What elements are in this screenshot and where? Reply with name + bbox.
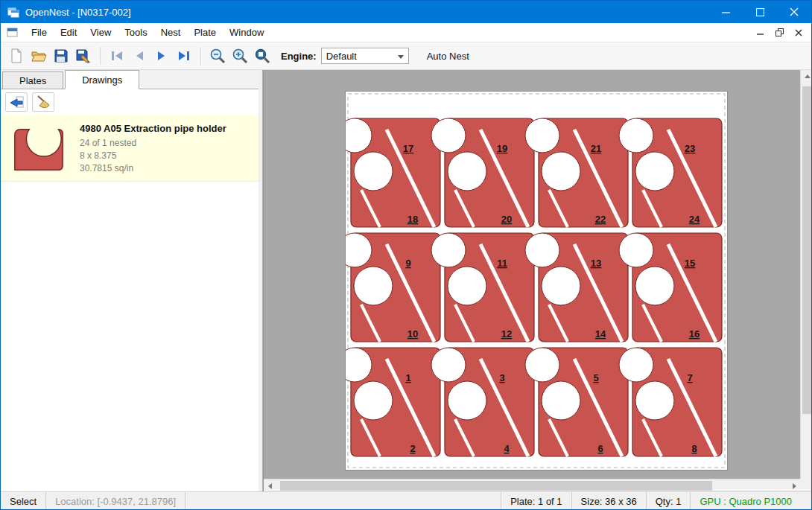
zoom-fit-button[interactable] [251, 45, 273, 67]
part-cutout [448, 152, 486, 191]
nest-block[interactable]: 1314 [525, 233, 628, 342]
part-number[interactable]: 12 [501, 328, 512, 340]
nest-block[interactable]: 1920 [431, 118, 534, 227]
part-cutout [448, 267, 486, 305]
menu-tools[interactable]: Tools [118, 24, 153, 41]
horizontal-scrollbar[interactable] [264, 479, 800, 491]
part-number[interactable]: 21 [591, 143, 601, 154]
toolbar-separator [200, 47, 201, 65]
part-number[interactable]: 10 [407, 328, 418, 340]
part-number[interactable]: 6 [597, 443, 603, 454]
close-button[interactable] [777, 1, 811, 23]
nest-block[interactable]: 1112 [431, 233, 534, 342]
mdi-minimize-icon[interactable] [750, 25, 770, 40]
zoom-in-icon [232, 48, 249, 65]
part-number[interactable]: 17 [403, 143, 413, 154]
nest-block[interactable]: 78 [619, 348, 722, 456]
hscroll-thumb[interactable] [280, 481, 712, 491]
part-number[interactable]: 8 [691, 443, 697, 454]
tab-drawings[interactable]: Drawings [65, 70, 139, 89]
part-number[interactable]: 24 [689, 214, 700, 225]
clean-button[interactable] [32, 92, 54, 112]
part-number[interactable]: 2 [410, 443, 415, 454]
menu-edit[interactable]: Edit [54, 24, 83, 41]
nav-last-button[interactable] [173, 45, 195, 67]
part-number[interactable]: 13 [591, 258, 601, 269]
auto-nest-button[interactable]: Auto Nest [421, 48, 475, 65]
zoom-in-button[interactable] [229, 45, 251, 67]
scroll-up-icon[interactable] [801, 70, 812, 83]
nest-block[interactable]: 2122 [525, 118, 628, 227]
mdi-close-icon[interactable] [789, 25, 808, 40]
part-number[interactable]: 16 [689, 328, 700, 340]
part-number[interactable]: 14 [595, 328, 606, 340]
nav-next-button[interactable] [150, 45, 173, 67]
part-number[interactable]: 9 [405, 258, 410, 269]
toolbar-separator [100, 47, 101, 65]
part-cutout [635, 267, 674, 305]
scroll-right-icon[interactable] [788, 479, 800, 491]
part-number[interactable]: 1 [405, 372, 410, 383]
menubar: File Edit View Tools Nest Plate Window [1, 23, 811, 42]
open-folder-icon [31, 48, 48, 63]
nav-next-icon [154, 49, 169, 63]
titlebar: OpenNest - [N0317-002] [1, 1, 811, 23]
part-cutout [431, 118, 466, 153]
part-cutout [525, 118, 559, 153]
nest-block[interactable]: 1718 [346, 118, 440, 227]
part-number[interactable]: 18 [407, 214, 418, 225]
menu-nest[interactable]: Nest [154, 24, 188, 41]
save-button[interactable] [50, 45, 72, 67]
nest-canvas[interactable]: 171819202122232491011121314151612345678 [263, 70, 800, 491]
part-number[interactable]: 3 [499, 372, 504, 383]
nest-block[interactable]: 56 [525, 348, 628, 456]
scrollbar-corner [800, 479, 812, 491]
zoom-fit-icon [254, 48, 271, 65]
drawing-list-item[interactable]: 4980 A05 Extraction pipe holder 24 of 1 … [1, 115, 258, 182]
part-thumbnail [5, 118, 71, 177]
menu-view[interactable]: View [83, 24, 118, 41]
nest-block[interactable]: 34 [431, 348, 534, 456]
nest-block[interactable]: 12 [346, 348, 440, 456]
menu-plate[interactable]: Plate [187, 24, 223, 41]
resize-grip[interactable] [801, 492, 811, 510]
nav-prev-button[interactable] [128, 45, 150, 67]
part-number[interactable]: 5 [593, 372, 598, 383]
nest-block[interactable]: 2324 [619, 118, 722, 227]
status-qty: Qty: 1 [646, 492, 691, 510]
menu-window[interactable]: Window [223, 24, 270, 41]
save-edit-button[interactable] [72, 45, 95, 67]
import-part-button[interactable] [5, 92, 28, 112]
part-number[interactable]: 7 [687, 372, 692, 383]
part-cutout [525, 233, 559, 267]
nav-first-button[interactable] [106, 45, 128, 67]
save-edit-icon [75, 48, 92, 64]
engine-select[interactable]: Default [321, 48, 409, 64]
scroll-left-icon[interactable] [264, 479, 276, 491]
part-cutout [431, 233, 466, 267]
tab-plates[interactable]: Plates [2, 71, 63, 89]
part-number[interactable]: 20 [501, 214, 512, 225]
zoom-out-button[interactable] [206, 45, 229, 67]
part-cutout [619, 118, 653, 153]
app-icon [7, 6, 19, 18]
part-number[interactable]: 4 [504, 443, 510, 454]
vertical-scrollbar[interactable] [800, 70, 812, 491]
part-number[interactable]: 19 [497, 143, 507, 154]
open-button[interactable] [28, 45, 50, 67]
part-number[interactable]: 11 [497, 258, 507, 269]
vscroll-thumb[interactable] [802, 86, 812, 414]
maximize-button[interactable] [743, 1, 777, 23]
menu-file[interactable]: File [25, 24, 54, 41]
nest-block[interactable]: 910 [346, 233, 440, 342]
part-number[interactable]: 15 [685, 258, 695, 269]
part-number[interactable]: 23 [685, 143, 695, 154]
mdi-restore-icon[interactable] [770, 25, 789, 40]
new-file-button[interactable] [5, 45, 28, 67]
part-number[interactable]: 22 [595, 214, 606, 225]
minimize-button[interactable] [708, 1, 743, 23]
clean-broom-icon [35, 95, 51, 109]
plate-parts: 171819202122232491011121314151612345678 [346, 118, 722, 456]
nest-block[interactable]: 1516 [619, 233, 722, 342]
left-panel: Plates Drawings [1, 70, 258, 491]
